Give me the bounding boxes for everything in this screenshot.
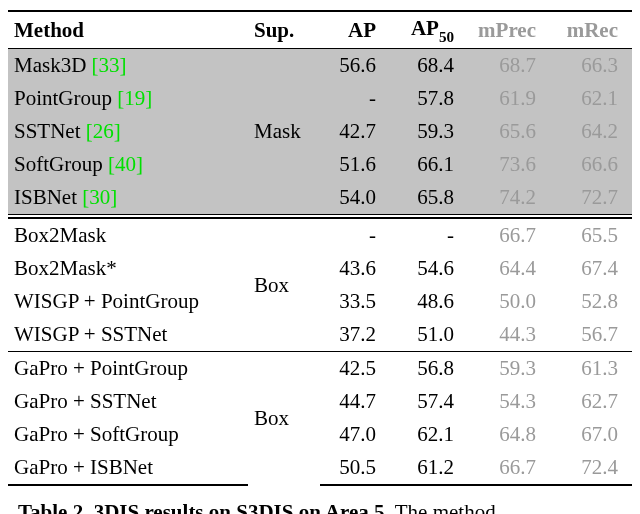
table-row: GaPro + ISBNet 50.561.266.772.4 [8,451,632,485]
method-cell: ISBNet [30] [8,181,248,215]
ap50-cell: 56.8 [390,352,468,386]
mrec-cell: 72.7 [550,181,632,215]
method-cell: WISGP + SSTNet [8,318,248,352]
table-row: SoftGroup [40]51.666.173.666.6 [8,148,632,181]
citation: [33] [92,53,127,77]
mprec-cell: 66.7 [468,451,550,485]
ap50-cell: 51.0 [390,318,468,352]
citation: [26] [86,119,121,143]
method-cell: GaPro + SSTNet [8,385,248,418]
ap-cell: 44.7 [320,385,390,418]
mprec-cell: 64.4 [468,252,550,285]
mrec-cell: 62.1 [550,82,632,115]
sup-cell: Mask [248,49,320,215]
ap-cell: 37.2 [320,318,390,352]
mprec-cell: 50.0 [468,285,550,318]
caption-rest: The method [390,500,496,514]
ap-cell: 50.5 [320,451,390,485]
mrec-cell: 66.6 [550,148,632,181]
ap50-cell: 68.4 [390,49,468,83]
ap50-cell: 48.6 [390,285,468,318]
sup-cell: Box [248,352,320,486]
mrec-cell: 52.8 [550,285,632,318]
ap50-cell: 54.6 [390,252,468,285]
mrec-cell: 67.0 [550,418,632,451]
citation: [40] [108,152,143,176]
ap50-cell: - [390,218,468,252]
ap50-cell: 57.8 [390,82,468,115]
method-cell: PointGroup [19] [8,82,248,115]
ap-cell: 42.5 [320,352,390,386]
table-row: SSTNet [26]42.759.365.664.2 [8,115,632,148]
ap-cell: 54.0 [320,181,390,215]
mprec-cell: 64.8 [468,418,550,451]
ap50-cell: 57.4 [390,385,468,418]
table-container: Method Sup. AP AP50 mPrec mRec Mask3D [3… [0,0,640,514]
sup-cell: Box [248,218,320,352]
table-row: WISGP + PointGroup 33.548.650.052.8 [8,285,632,318]
table-row: ISBNet [30]54.065.874.272.7 [8,181,632,215]
table-caption: Table 2. 3DIS results on S3DIS on Area 5… [8,486,640,514]
mprec-cell: 73.6 [468,148,550,181]
method-cell: SoftGroup [40] [8,148,248,181]
table-row: PointGroup [19]-57.861.962.1 [8,82,632,115]
ap-cell: 43.6 [320,252,390,285]
method-cell: SSTNet [26] [8,115,248,148]
mrec-cell: 56.7 [550,318,632,352]
mprec-cell: 66.7 [468,218,550,252]
mrec-cell: 62.7 [550,385,632,418]
ap50-cell: 59.3 [390,115,468,148]
ap-cell: 51.6 [320,148,390,181]
col-sup: Sup. [248,11,320,49]
mprec-cell: 65.6 [468,115,550,148]
ap50-cell: 65.8 [390,181,468,215]
col-mrec: mRec [550,11,632,49]
ap-cell: 33.5 [320,285,390,318]
table-row: Box2Mask* 43.654.664.467.4 [8,252,632,285]
table-row: GaPro + PointGroup Box42.556.859.361.3 [8,352,632,386]
mprec-cell: 74.2 [468,181,550,215]
table-row: WISGP + SSTNet 37.251.044.356.7 [8,318,632,352]
method-cell: GaPro + ISBNet [8,451,248,485]
mrec-cell: 72.4 [550,451,632,485]
mrec-cell: 65.5 [550,218,632,252]
ap-cell: - [320,218,390,252]
ap-cell: 42.7 [320,115,390,148]
col-ap: AP [320,11,390,49]
table-header-row: Method Sup. AP AP50 mPrec mRec [8,11,632,49]
table-row: Mask3D [33]Mask56.668.468.766.3 [8,49,632,83]
ap50-cell: 62.1 [390,418,468,451]
mrec-cell: 67.4 [550,252,632,285]
method-cell: GaPro + PointGroup [8,352,248,386]
citation: [19] [117,86,152,110]
method-cell: WISGP + PointGroup [8,285,248,318]
mrec-cell: 61.3 [550,352,632,386]
col-ap50: AP50 [390,11,468,49]
table-row: Box2Mask Box--66.765.5 [8,218,632,252]
ap50-cell: 61.2 [390,451,468,485]
mprec-cell: 61.9 [468,82,550,115]
method-cell: GaPro + SoftGroup [8,418,248,451]
ap-cell: 56.6 [320,49,390,83]
mprec-cell: 54.3 [468,385,550,418]
ap-cell: 47.0 [320,418,390,451]
ap-cell: - [320,82,390,115]
table-row: GaPro + SoftGroup 47.062.164.867.0 [8,418,632,451]
col-mprec: mPrec [468,11,550,49]
mprec-cell: 44.3 [468,318,550,352]
mprec-cell: 68.7 [468,49,550,83]
method-cell: Box2Mask* [8,252,248,285]
caption-label: Table 2. 3DIS results on S3DIS on Area 5… [18,500,390,514]
table-row: GaPro + SSTNet 44.757.454.362.7 [8,385,632,418]
method-cell: Mask3D [33] [8,49,248,83]
ap50-cell: 66.1 [390,148,468,181]
citation: [30] [82,185,117,209]
results-table: Method Sup. AP AP50 mPrec mRec Mask3D [3… [8,10,632,486]
col-method: Method [8,11,248,49]
mrec-cell: 64.2 [550,115,632,148]
method-cell: Box2Mask [8,218,248,252]
mrec-cell: 66.3 [550,49,632,83]
mprec-cell: 59.3 [468,352,550,386]
